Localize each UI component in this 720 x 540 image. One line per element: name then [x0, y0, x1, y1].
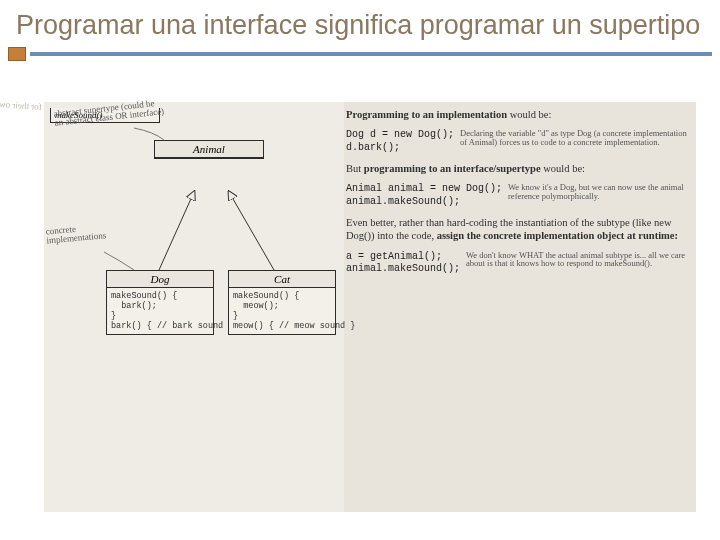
class-box-animal: Animal [154, 140, 264, 159]
para-impl-tail: would be: [507, 109, 551, 120]
code-block-1: Dog d = new Dog(); d.bark(); Declaring t… [346, 129, 690, 154]
annotation-code-2: We know it's a Dog, but we can now use t… [508, 183, 690, 208]
para-interface: But programming to an interface/supertyp… [346, 162, 690, 175]
class-box-dog: Dog makeSound() { bark(); } bark() { // … [106, 270, 214, 335]
class-body-cat-text: makeSound() { meow(); } meow() { // meow… [233, 291, 355, 331]
accent-square [8, 47, 26, 61]
slide-content: for their own behaviors. abstract supert… [44, 102, 696, 512]
para-runtime-bold: assign the concrete implementation objec… [437, 230, 678, 241]
para-impl-bold: Programming to an implementation [346, 109, 507, 120]
annotation-concrete: concrete implementations [45, 221, 126, 247]
para-interface-bold: programming to an interface/supertype [364, 163, 541, 174]
class-name-dog: Dog [107, 271, 213, 288]
class-box-cat: Cat makeSound() { meow(); } meow() { // … [228, 270, 336, 335]
class-body-cat: makeSound() { meow(); } meow() { // meow… [229, 288, 335, 334]
code-block-2: Animal animal = new Dog(); animal.makeSo… [346, 183, 690, 208]
title-rule [0, 47, 720, 61]
svg-line-1 [229, 192, 274, 270]
explanation-text: Programming to an implementation would b… [344, 102, 696, 512]
page-title: Programar una interface significa progra… [0, 0, 720, 45]
uml-diagram: for their own behaviors. abstract supert… [44, 102, 344, 512]
code-1: Dog d = new Dog(); d.bark(); [346, 129, 454, 154]
annotation-code-3: We don't know WHAT the actual animal sub… [466, 251, 690, 276]
para-impl: Programming to an implementation would b… [346, 108, 690, 121]
annotation-code-1: Declaring the variable "d" as type Dog (… [460, 129, 690, 154]
ghost-text: for their own behaviors. [0, 96, 42, 112]
code-3: a = getAnimal(); animal.makeSound(); [346, 251, 460, 276]
para-interface-tail: would be: [541, 163, 585, 174]
class-body-dog: makeSound() { bark(); } bark() { // bark… [107, 288, 213, 334]
code-2: Animal animal = new Dog(); animal.makeSo… [346, 183, 502, 208]
divider-line [30, 52, 712, 56]
code-block-3: a = getAnimal(); animal.makeSound(); We … [346, 251, 690, 276]
class-name-cat: Cat [229, 271, 335, 288]
svg-line-0 [159, 192, 194, 270]
para-interface-pre: But [346, 163, 364, 174]
annotation-supertype: abstract supertype (could be an abstract… [53, 98, 164, 128]
class-name-animal: Animal [155, 141, 263, 158]
class-body-dog-text: makeSound() { bark(); } bark() { // bark… [111, 291, 233, 331]
para-runtime: Even better, rather than hard-coding the… [346, 216, 690, 242]
